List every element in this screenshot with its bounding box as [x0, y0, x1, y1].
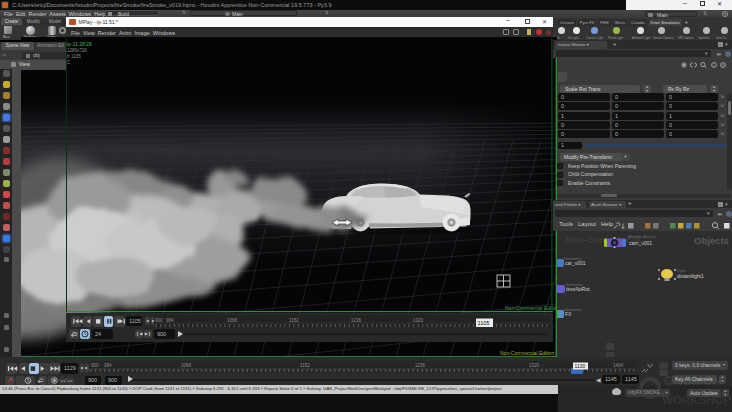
svg-text:900: 900: [91, 363, 99, 368]
svg-text:1068: 1068: [181, 363, 192, 368]
svg-text:Non-Commercial Edition: Non-Commercial Edition: [500, 350, 554, 356]
svg-text:i: i: [713, 63, 714, 68]
svg-text:1320: 1320: [529, 363, 540, 368]
svg-text:900: 900: [155, 318, 163, 323]
svg-text:Non-Commercial Edition: Non-Commercial Edition: [505, 305, 557, 311]
svg-text:1152: 1152: [289, 318, 299, 323]
svg-text:984: 984: [166, 318, 174, 323]
svg-text:1236: 1236: [415, 363, 426, 368]
svg-text:GNOMON: GNOMON: [664, 374, 722, 388]
svg-text:1068: 1068: [227, 318, 238, 323]
svg-text:1320: 1320: [413, 318, 424, 323]
svg-text:1152: 1152: [300, 363, 310, 368]
svg-text:1236: 1236: [351, 318, 362, 323]
svg-text:1404: 1404: [613, 363, 624, 368]
svg-text:1280x720: 1280x720: [67, 48, 87, 53]
svg-text:984: 984: [104, 363, 112, 368]
svg-text:fr 1105: fr 1105: [67, 54, 81, 59]
svg-text:ip-11:28:29: ip-11:28:29: [67, 41, 92, 47]
svg-text:1130: 1130: [575, 363, 586, 369]
svg-text:1105: 1105: [478, 320, 490, 326]
